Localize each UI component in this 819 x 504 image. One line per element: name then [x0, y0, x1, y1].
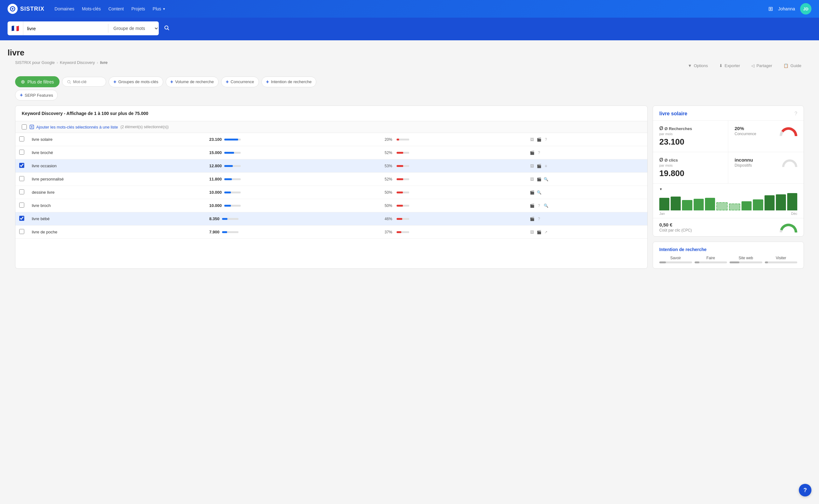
search-input[interactable]	[23, 21, 108, 35]
competition-filter-button[interactable]: + Concurrence	[221, 77, 259, 87]
chart-bar-7[interactable]	[742, 201, 752, 210]
options-button[interactable]: ▼ Options	[685, 62, 711, 69]
row-checkbox-cell[interactable]	[15, 199, 28, 212]
share-button[interactable]: ◁ Partager	[749, 62, 775, 69]
nav-projets[interactable]: Projets	[131, 5, 145, 13]
row-icons-livre-bebe: 🎬?	[525, 212, 647, 226]
chart-bar-0[interactable]	[659, 198, 669, 210]
guide-button[interactable]: 📋 Guide	[781, 62, 804, 69]
video-icon[interactable]: 🎬	[529, 190, 535, 195]
cpc-gauge	[780, 224, 797, 232]
nav-plus[interactable]: Plus ▼	[153, 5, 166, 13]
chart-bar-6[interactable]	[729, 203, 740, 210]
chart-bar-11[interactable]	[787, 193, 797, 210]
question-icon[interactable]: ?	[536, 150, 542, 156]
video-icon[interactable]: 🎬	[536, 229, 542, 235]
question-icon[interactable]: ?	[543, 137, 549, 142]
row-checkbox-livre-broch[interactable]	[19, 203, 24, 208]
chart-bar-2[interactable]	[682, 200, 692, 210]
row-checkbox-cell[interactable]	[15, 226, 28, 239]
volume-bar-livre-broche	[224, 152, 241, 154]
video-icon[interactable]: 🎬	[536, 137, 542, 142]
row-checkbox-livre-broche[interactable]	[19, 150, 24, 155]
intent-filter-button[interactable]: + Intention de recherche	[261, 77, 317, 87]
row-name-livre-de-poche[interactable]: livre de poche	[28, 226, 205, 239]
video-icon[interactable]: 🎬	[529, 150, 535, 156]
row-name-livre-occasion[interactable]: livre occasion	[28, 159, 205, 173]
groups-filter-button[interactable]: + Groupes de mots-clés	[109, 77, 163, 87]
nav-domaines[interactable]: Domaines	[54, 5, 74, 13]
image-icon[interactable]: 🖼	[529, 176, 535, 182]
row-checkbox-cell[interactable]	[15, 173, 28, 186]
chart-bar-10[interactable]	[776, 194, 786, 210]
row-name-livre-broche[interactable]: livre broché	[28, 146, 205, 159]
table-row: dessine livre 10.000 50% 🎬🔍	[15, 186, 647, 199]
row-checkbox-livre-personnalise[interactable]	[19, 176, 24, 181]
svg-line-3	[168, 29, 169, 30]
search-icon[interactable]: 🔍	[543, 203, 549, 209]
chart-bar-3[interactable]	[694, 199, 704, 210]
nav-content[interactable]: Content	[108, 5, 124, 13]
row-name-livre-broch[interactable]: livre broch	[28, 199, 205, 212]
row-checkbox-cell[interactable]	[15, 186, 28, 199]
brand-logo[interactable]: SISTRIX	[8, 4, 44, 14]
search-filter-select[interactable]: Groupe de mots Mot-clé exact	[108, 21, 159, 35]
add-filters-button[interactable]: ⊕ Plus de filtres	[15, 76, 60, 87]
image-icon[interactable]: 🖼	[529, 229, 535, 235]
keyword-filter-input[interactable]	[73, 79, 101, 84]
nav-mots-cles[interactable]: Mots-clés	[82, 5, 101, 13]
image-icon[interactable]: 🖼	[529, 137, 535, 142]
export-button[interactable]: ⬇ Exporter	[717, 62, 742, 69]
row-volume-dessine-livre: 10.000	[205, 186, 381, 199]
chart-bar-1[interactable]	[671, 197, 681, 210]
row-name-livre-bebe[interactable]: livre bébé	[28, 212, 205, 226]
competition-bar-livre-solaire	[397, 139, 409, 140]
serp-filter-button[interactable]: + SERP Features	[15, 90, 58, 100]
row-checkbox-cell[interactable]	[15, 133, 28, 146]
select-all-checkbox[interactable]	[22, 124, 27, 129]
volume-filter-button[interactable]: + Volume de recherche	[166, 77, 219, 87]
clicks-sublabel: par mois	[659, 163, 722, 167]
row-checkbox-livre-de-poche[interactable]	[19, 229, 24, 234]
chart-bar-4[interactable]	[705, 198, 715, 210]
search-button[interactable]	[159, 21, 175, 35]
question-icon[interactable]: ?	[536, 203, 542, 209]
chart-bar-9[interactable]	[765, 195, 775, 210]
row-checkbox-livre-occasion[interactable]	[19, 163, 24, 168]
row-checkbox-livre-bebe[interactable]	[19, 216, 24, 221]
arrow-icon[interactable]: ↗	[543, 229, 549, 235]
row-checkbox-cell[interactable]	[15, 159, 28, 173]
search-icon[interactable]: 🔍	[543, 176, 549, 182]
chart-bar-8[interactable]	[753, 199, 763, 210]
add-to-list-button[interactable]: Ajouter les mots-clés sélectionnés à une…	[29, 124, 118, 129]
row-checkbox-livre-solaire[interactable]	[19, 136, 24, 141]
search-icon[interactable]: 🔍	[536, 190, 542, 195]
metrics-grid-2: Ø Ø clics par mois 19.800 inconnu Dispos…	[653, 152, 804, 183]
detail-help-icon[interactable]: ?	[794, 111, 797, 117]
chart-bar-5[interactable]	[716, 202, 728, 210]
grid-icon[interactable]: ⊞	[768, 5, 773, 12]
video-icon[interactable]: 🎬	[536, 176, 542, 182]
detail-title: livre solaire	[659, 111, 687, 117]
table-row: livre personnalisé 11.800 52% 🖼🎬🔍	[15, 173, 647, 186]
flag-box[interactable]: 🇫🇷	[8, 21, 23, 35]
row-pct-livre-bebe: 46%	[381, 212, 525, 226]
video-icon[interactable]: 🎬	[529, 216, 535, 222]
row-checkbox-cell[interactable]	[15, 146, 28, 159]
image-icon[interactable]: 🖼	[529, 163, 535, 169]
intent-bar-fill-3	[765, 261, 768, 263]
equals-icon[interactable]: ≡	[543, 163, 549, 169]
video-icon[interactable]: 🎬	[536, 163, 542, 169]
row-name-livre-solaire[interactable]: livre solaire	[28, 133, 205, 146]
clicks-label: Ø Ø clics	[659, 157, 722, 163]
question-icon[interactable]: ?	[536, 216, 542, 222]
video-icon[interactable]: 🎬	[529, 203, 535, 209]
avatar[interactable]: JD	[800, 3, 811, 14]
row-checkbox-cell[interactable]	[15, 212, 28, 226]
row-name-dessine-livre[interactable]: dessine livre	[28, 186, 205, 199]
breadcrumb-sistrix[interactable]: SISTRIX pour Google	[15, 60, 55, 65]
intent-bar-fill-2	[730, 261, 739, 263]
row-name-livre-personnalise[interactable]: livre personnalisé	[28, 173, 205, 186]
row-checkbox-dessine-livre[interactable]	[19, 189, 24, 194]
breadcrumb-keyword-discovery[interactable]: Keyword Discovery	[60, 60, 95, 65]
